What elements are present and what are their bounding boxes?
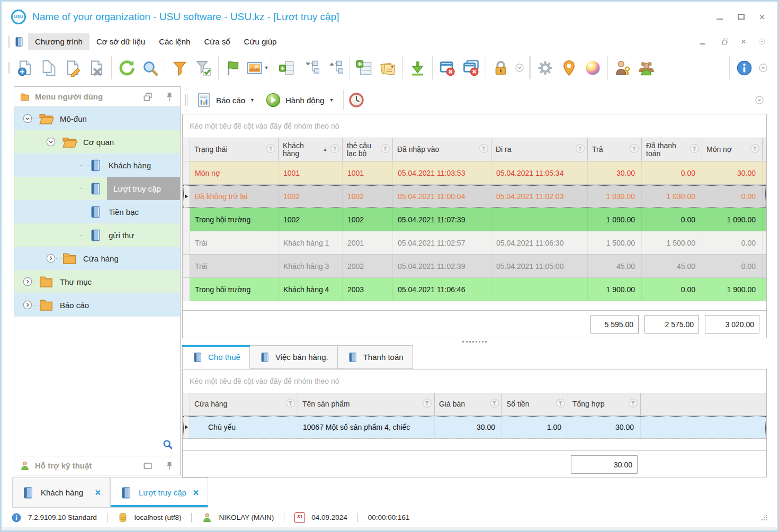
pin-icon[interactable] [164,461,175,471]
table-row[interactable]: Món nợ1001100105.04.2021 11:03:5305.04.2… [183,161,766,185]
tree-item[interactable]: Tiền bạc [14,200,180,223]
close-all-windows-button[interactable] [459,56,483,80]
column-header[interactable]: Đã thanh toán [642,138,702,161]
table-row[interactable]: TráiKhách hàng 3200205.04.2021 11:02:390… [183,255,766,278]
add-row-button[interactable] [275,56,299,80]
tree-item[interactable]: Lượt truy cập [14,177,180,200]
column-header[interactable]: Món nợ [702,138,763,161]
table-row[interactable]: TráiKhách hàng 1200105.04.2021 11:02:570… [183,231,766,255]
filter-icon[interactable] [490,399,499,410]
filter-icon[interactable] [750,144,759,155]
filter-icon[interactable] [629,399,638,410]
filter-icon[interactable] [266,144,275,155]
search-button[interactable] [138,56,162,80]
tree-item[interactable]: Cơ quan [14,130,180,154]
resize-grip[interactable] [760,514,768,521]
filter-icon[interactable] [381,144,390,155]
settings-button[interactable] [533,56,557,80]
overflow-button[interactable] [756,56,770,80]
info-button[interactable] [732,56,756,80]
menu-item[interactable]: Chương trình [28,33,89,50]
expand-icon[interactable] [22,300,33,310]
collapse-tree-button[interactable] [299,56,323,80]
expand-icon[interactable] [46,253,56,264]
close-tab-icon[interactable]: ✕ [192,488,199,498]
column-header[interactable]: Giá bán [435,393,502,415]
toolbar-overflow-icon[interactable] [754,95,765,105]
document-tab[interactable]: Lượt truy cập✕ [110,477,208,508]
action-button[interactable]: Hành động ▼ [260,90,339,110]
column-header[interactable]: thẻ câu lạc bộ [343,138,393,161]
tree-item[interactable]: Mô-đun [14,107,180,130]
filter-icon[interactable] [576,144,585,155]
location-button[interactable] [557,56,581,80]
notes-button[interactable] [376,56,400,80]
filter-check-button[interactable] [192,56,216,80]
user-permissions-button[interactable] [611,56,634,80]
collapse-icon[interactable] [46,137,56,147]
float-panel-icon[interactable] [142,92,153,102]
delete-document-button[interactable] [85,56,109,80]
column-header[interactable]: Tổng hợp [568,393,641,415]
table-row[interactable]: Trong hội trường1002100205.04.2021 11:07… [183,208,766,231]
flag-button[interactable] [221,56,245,80]
colors-button[interactable] [581,56,605,80]
close-button[interactable]: × [755,11,769,23]
mdi-overflow-icon[interactable] [758,38,766,46]
filter-icon[interactable] [690,144,699,155]
tree-item[interactable]: Cửa hàng [14,247,180,270]
filter-icon[interactable] [556,399,565,410]
column-header[interactable]: Khách hàng▲ [279,138,343,161]
column-header[interactable]: Đi ra [491,138,588,161]
tree-item[interactable]: Báo cáo [14,293,180,317]
document-tab[interactable]: Khách hàng✕ [12,477,110,508]
report-button[interactable]: Báo cáo ▼ [191,90,260,110]
tree-item[interactable]: Khách hàng [14,154,180,177]
tree-item[interactable]: gửi thư [14,223,180,247]
table-row[interactable]: Đã không trở lại1002100205.04.2021 11:00… [183,185,766,208]
column-header[interactable]: Trạng thái [190,138,279,161]
detail-tab[interactable]: Cho thuê [182,345,250,369]
table-row[interactable]: Trong hội trườngKhách hàng 4200305.04.20… [183,278,766,301]
tree-item[interactable]: Thư mục [14,270,180,293]
table-row[interactable]: Chủ yếu10067 Một số sản phẩm 4, chiếc30.… [183,416,766,439]
new-document-button[interactable] [13,56,37,80]
close-window-button[interactable] [435,56,459,80]
export-button[interactable] [406,56,429,80]
column-header[interactable]: Cửa hàng [190,393,298,415]
refresh-button[interactable] [114,56,138,80]
expand-icon[interactable] [22,276,33,287]
search-icon[interactable] [162,439,174,450]
panel-splitter[interactable] [182,338,767,345]
filter-icon[interactable] [423,399,432,410]
support-bar[interactable]: Hỗ trợ kỹ thuật [14,456,180,475]
expand-tree-button[interactable] [323,56,346,80]
copy-document-button[interactable] [37,56,61,80]
column-header[interactable]: Số tiền [502,393,568,415]
edit-document-button[interactable] [61,56,85,80]
menu-item[interactable]: Các lệnh [152,33,197,50]
filter-icon[interactable] [479,144,488,155]
filter-icon[interactable] [630,144,639,155]
detail-tab[interactable]: Việc bán hàng. [250,345,338,369]
filter-icon[interactable] [330,144,339,155]
maximize-button[interactable] [734,11,748,23]
mdi-restore-icon[interactable] [721,38,729,46]
filter-icon[interactable] [286,399,295,410]
add-table-button[interactable] [352,56,376,80]
collapse-icon[interactable] [22,113,33,124]
column-header[interactable]: Trả [588,138,642,161]
menu-item[interactable]: Cứu giúp [237,33,284,50]
column-header[interactable]: Tên sản phẩm [298,393,435,415]
pin-icon[interactable] [164,92,175,102]
clock-icon[interactable] [348,92,365,109]
mdi-close-button[interactable]: × [741,37,746,47]
close-tab-icon[interactable]: ✕ [94,488,101,498]
detail-tab[interactable]: Thanh toán [338,345,413,369]
image-button[interactable]: ▼ [245,56,269,80]
minimize-button[interactable] [713,11,727,23]
restore-panel-icon[interactable] [142,461,153,471]
column-header[interactable]: Đã nhập vào [393,138,491,161]
lock-button[interactable] [489,56,513,80]
overflow-button[interactable] [513,56,526,80]
